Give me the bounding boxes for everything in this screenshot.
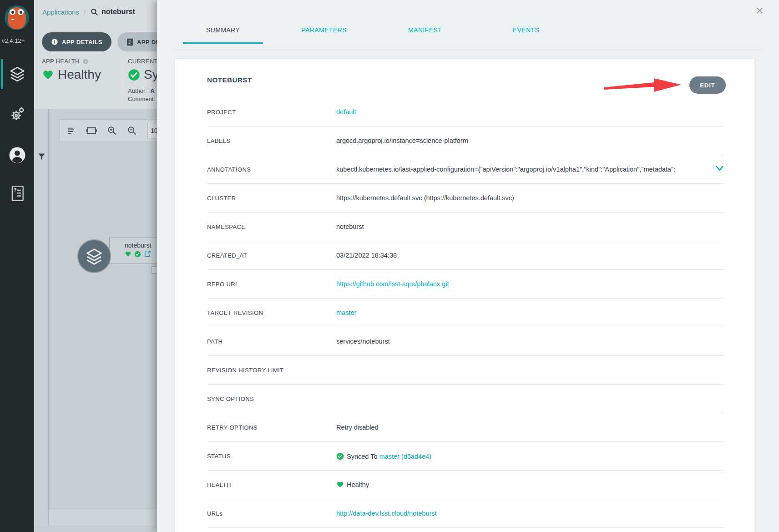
- svg-text:?: ?: [84, 59, 86, 63]
- external-link-icon[interactable]: [144, 250, 151, 258]
- summary-row-urls: URLs http://data-dev.lsst.cloud/noteburs…: [207, 499, 724, 528]
- layers-icon: [8, 65, 27, 84]
- summary-row-health: HEALTH Healthy: [207, 471, 724, 499]
- annotation-arrow: [603, 73, 684, 97]
- tab-events[interactable]: EVENTS: [486, 26, 566, 44]
- summary-row-status: STATUS Synced To master (d5ad4e4): [207, 442, 724, 471]
- retry-options-value: Retry disabled: [336, 424, 379, 431]
- user-icon: [8, 146, 27, 165]
- heart-icon: [125, 251, 132, 257]
- divider: [172, 48, 764, 48]
- zoom-in-icon[interactable]: [107, 126, 117, 136]
- argo-logo: [4, 3, 30, 31]
- list-view-icon[interactable]: [66, 126, 76, 135]
- app-health-value: Healthy: [58, 67, 101, 82]
- divider: [123, 58, 123, 106]
- summary-row-repo-url: REPO URL https://github.com/lsst-sqre/ph…: [207, 270, 724, 299]
- row-label: ANNOTATIONS: [207, 166, 336, 173]
- summary-row-path: PATH services/noteburst: [207, 327, 724, 356]
- breadcrumb-applications-link[interactable]: Applications: [42, 8, 79, 16]
- layers-icon: [84, 246, 105, 267]
- target-revision-link[interactable]: master: [336, 309, 356, 316]
- gear-icon: [8, 105, 26, 123]
- question-icon: ?: [82, 58, 89, 65]
- health-status-text: Healthy: [347, 481, 369, 488]
- repo-url-link[interactable]: https://github.com/lsst-sqre/phalanx.git: [336, 280, 449, 288]
- row-label: PATH: [207, 338, 336, 345]
- search-input[interactable]: noteburst: [90, 8, 135, 16]
- app-url-link[interactable]: http://data-dev.lsst.cloud/noteburst: [336, 510, 437, 517]
- summary-row-project: PROJECT default: [207, 98, 724, 127]
- author-label: Author:: [128, 87, 147, 94]
- app-details-panel: × SUMMARY PARAMETERS MANIFEST EVENTS NOT…: [157, 0, 779, 532]
- row-label: URLs: [207, 510, 336, 517]
- annotations-value: kubectl.kubernetes.io/last-applied-confi…: [336, 166, 675, 173]
- check-circle-icon: [336, 452, 344, 460]
- app-details-button[interactable]: APP DETAILS: [42, 32, 111, 51]
- fit-to-screen-icon[interactable]: [86, 126, 97, 135]
- edit-button[interactable]: EDIT: [689, 76, 726, 94]
- summary-row-target-revision: TARGET REVISION master: [207, 299, 724, 327]
- row-label: REVISION HISTORY LIMIT: [207, 367, 336, 374]
- sync-status-text: Synced To: [347, 453, 379, 460]
- zoom-out-icon[interactable]: [127, 126, 137, 136]
- sidebar-item-user[interactable]: [0, 137, 34, 173]
- check-circle-icon: [128, 69, 140, 81]
- revision-link[interactable]: master (d5ad4e4): [379, 453, 431, 460]
- row-label: STATUS: [207, 453, 336, 460]
- row-label: CREATED_AT: [207, 252, 336, 259]
- row-label: RETRY OPTIONS: [207, 424, 336, 431]
- breadcrumb: Applications / noteburst: [42, 6, 135, 17]
- row-label: NAMESPACE: [207, 223, 336, 230]
- tab-summary[interactable]: SUMMARY: [183, 26, 263, 44]
- app-health-label: APP HEALTH: [42, 58, 80, 65]
- summary-row-cluster: CLUSTER https://kubernetes.default.svc (…: [207, 184, 724, 213]
- check-circle-icon: [134, 251, 141, 258]
- summary-row-namespace: NAMESPACE noteburst: [207, 213, 724, 241]
- row-label: REPO URL: [207, 281, 336, 288]
- summary-card: NOTEBURST EDIT PROJECT default LABELS ar…: [175, 59, 754, 532]
- summary-row-revision-history-limit: REVISION HISTORY LIMIT: [207, 356, 724, 385]
- author-value: A: [150, 87, 154, 94]
- row-label: TARGET REVISION: [207, 309, 336, 316]
- filter-icon[interactable]: [37, 152, 46, 161]
- docs-icon: [9, 184, 26, 203]
- chevron-down-icon[interactable]: [713, 166, 724, 172]
- application-node-icon[interactable]: [77, 239, 111, 273]
- summary-row-sync-options: SYNC OPTIONS: [207, 385, 724, 413]
- breadcrumb-separator: /: [84, 8, 86, 16]
- tab-parameters[interactable]: PARAMETERS: [284, 26, 364, 44]
- sidebar-item-docs[interactable]: [0, 176, 34, 211]
- app-health-summary: APP HEALTH ? Healthy: [42, 58, 101, 82]
- sidebar-item-settings[interactable]: [0, 96, 34, 132]
- current-sync-label: CURRENT: [128, 58, 158, 65]
- sidebar-item-applications[interactable]: [0, 56, 34, 92]
- version-label: v2.4.12+: [2, 37, 34, 44]
- path-value: services/noteburst: [336, 338, 390, 345]
- diff-file-icon: [126, 38, 133, 46]
- row-label: LABELS: [207, 137, 336, 144]
- row-label: CLUSTER: [207, 195, 336, 202]
- summary-row-annotations: ANNOTATIONS kubectl.kubernetes.io/last-a…: [207, 155, 724, 184]
- summary-row-created-at: CREATED_AT 03/21/2022 18:34:38: [207, 241, 724, 270]
- heart-icon: [42, 69, 54, 81]
- labels-value: argocd.argoproj.io/instance=science-plat…: [336, 137, 468, 144]
- summary-row-labels: LABELS argocd.argoproj.io/instance=scien…: [207, 127, 724, 155]
- app-name-title: NOTEBURST: [207, 76, 252, 84]
- search-icon: [90, 8, 99, 16]
- tab-manifest[interactable]: MANIFEST: [385, 26, 465, 44]
- sidebar: v2.4.12+: [0, 0, 34, 532]
- namespace-value: noteburst: [336, 223, 364, 230]
- project-link[interactable]: default: [336, 108, 356, 116]
- heart-icon: [336, 481, 344, 488]
- row-label: HEALTH: [207, 481, 336, 488]
- cluster-value: https://kubernetes.default.svc (https://…: [336, 194, 514, 202]
- close-icon[interactable]: ×: [755, 4, 764, 17]
- panel-tabs: SUMMARY PARAMETERS MANIFEST EVENTS: [183, 26, 587, 44]
- summary-row-retry-options: RETRY OPTIONS Retry disabled: [207, 413, 724, 442]
- info-icon: [51, 38, 58, 46]
- filter-sidebar: [34, 109, 49, 526]
- row-label: SYNC OPTIONS: [207, 395, 336, 402]
- created-at-value: 03/21/2022 18:34:38: [336, 252, 397, 259]
- row-label: PROJECT: [207, 109, 336, 116]
